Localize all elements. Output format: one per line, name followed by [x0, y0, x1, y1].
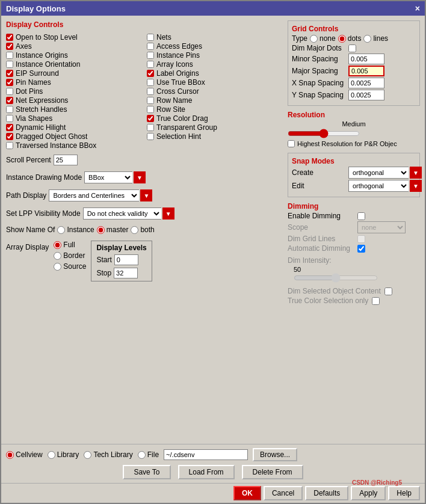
- close-button[interactable]: ×: [415, 4, 420, 13]
- path-display-label: Path Display: [6, 191, 46, 200]
- snap-create-select[interactable]: orthogonal diagonal any angle: [348, 167, 409, 179]
- save-to-button[interactable]: Save To: [123, 465, 170, 479]
- radio-tech-library-input[interactable]: [84, 451, 91, 459]
- cb-access-edges: Access Edges: [147, 42, 283, 51]
- cb-via-input[interactable]: [6, 115, 13, 122]
- array-source-radio[interactable]: [54, 263, 61, 271]
- radio-cellview-input[interactable]: [6, 451, 14, 459]
- true-color-row: True Color Selection only: [288, 297, 420, 305]
- cb-transparent-group: Transparent Group: [147, 123, 283, 132]
- delete-from-button[interactable]: Delete From: [242, 465, 303, 479]
- highest-res-checkbox[interactable]: [288, 140, 295, 147]
- array-full-radio[interactable]: [54, 241, 61, 249]
- start-input[interactable]: [114, 254, 138, 265]
- snap-create-label: Create: [292, 168, 346, 177]
- cb-array-icons: Array Icons: [147, 60, 283, 69]
- show-name-both-radio[interactable]: [131, 226, 138, 234]
- major-spacing-input[interactable]: [348, 66, 384, 76]
- stop-input[interactable]: [114, 268, 138, 278]
- cb-instance-orient-input[interactable]: [6, 61, 13, 68]
- path-display-select[interactable]: Borders and Centerlines: [49, 189, 139, 201]
- x-snap-input[interactable]: [348, 78, 384, 88]
- radio-library: Library: [48, 450, 79, 459]
- cb-nets-input[interactable]: [147, 34, 154, 41]
- grid-dots-radio[interactable]: [338, 35, 346, 43]
- cb-selection-hint-input[interactable]: [147, 133, 154, 140]
- cb-dragged-input[interactable]: [6, 133, 13, 140]
- cb-stretch-input[interactable]: [6, 106, 13, 113]
- grid-none-radio[interactable]: [310, 35, 318, 43]
- instance-drawing-arrow[interactable]: ▼: [134, 171, 146, 183]
- cb-row-name-input[interactable]: [147, 97, 154, 104]
- load-from-button[interactable]: Load From: [178, 465, 235, 479]
- scope-select[interactable]: none: [357, 221, 406, 233]
- cb-pin-names-input[interactable]: [6, 79, 13, 86]
- radio-library-input[interactable]: [48, 451, 55, 459]
- cb-net-expr-input[interactable]: [6, 97, 13, 104]
- intensity-slider-container: [288, 273, 420, 284]
- dim-selected-checkbox[interactable]: [384, 287, 392, 295]
- lpp-row: Set LPP Visibility Mode Do not check val…: [6, 207, 283, 220]
- cb-eip-input[interactable]: [6, 70, 13, 77]
- cb-transparent-group-input[interactable]: [147, 124, 154, 131]
- scroll-percent-input[interactable]: [54, 155, 78, 165]
- file-path-input[interactable]: [164, 449, 248, 460]
- radio-file-row: Cellview Library Tech Library File Brows…: [6, 448, 420, 461]
- cancel-button[interactable]: Cancel: [264, 486, 303, 500]
- apply-button[interactable]: Apply: [351, 486, 386, 500]
- true-color-checkbox[interactable]: [372, 297, 380, 305]
- defaults-button[interactable]: Defaults: [305, 486, 348, 500]
- cb-traversed: Traversed Instance BBox: [6, 141, 142, 150]
- highest-res-row: Highest Resolution for P&R Objec: [288, 140, 420, 147]
- instance-drawing-row: Instance Drawing Mode BBox ▼: [6, 171, 283, 183]
- dim-major-checkbox[interactable]: [348, 45, 356, 52]
- resolution-section: Resolution Medium Highest Resolution for…: [288, 111, 420, 148]
- cb-instance-pins-input[interactable]: [147, 52, 154, 59]
- snap-create-arrow[interactable]: ▼: [410, 167, 422, 179]
- cb-access-edges-input[interactable]: [147, 43, 154, 50]
- cb-array-icons-input[interactable]: [147, 61, 154, 68]
- cb-row-site-input[interactable]: [147, 106, 154, 113]
- dim-grid-checkbox[interactable]: [357, 235, 365, 243]
- instance-drawing-select[interactable]: BBox: [84, 171, 132, 183]
- cb-dynamic-input[interactable]: [6, 124, 13, 131]
- intensity-slider[interactable]: [294, 273, 378, 283]
- show-name-master-radio[interactable]: [97, 226, 105, 234]
- cb-instance-origins-input[interactable]: [6, 52, 13, 59]
- auto-dim-checkbox[interactable]: [357, 245, 365, 253]
- ok-button[interactable]: OK: [233, 486, 261, 500]
- cb-row-site: Row Site: [147, 105, 283, 114]
- grid-controls-title: Grid Controls: [292, 25, 416, 33]
- browse-button[interactable]: Browse...: [253, 448, 297, 461]
- cb-traversed-input[interactable]: [6, 142, 13, 149]
- path-display-arrow[interactable]: ▼: [140, 189, 152, 201]
- cb-dragged-label: Dragged Object Ghost: [16, 132, 87, 141]
- cb-open-stop: Open to Stop Level: [6, 33, 142, 41]
- cb-label-origins-input[interactable]: [147, 70, 154, 77]
- show-name-instance-radio[interactable]: [57, 226, 65, 234]
- radio-file-input[interactable]: [138, 451, 146, 459]
- lpp-arrow[interactable]: ▼: [162, 207, 174, 220]
- array-border-label: Border: [63, 251, 85, 260]
- resolution-slider[interactable]: [288, 129, 360, 138]
- array-border-radio[interactable]: [54, 252, 61, 260]
- cb-open-stop-input[interactable]: [6, 34, 13, 41]
- cb-axes-input[interactable]: [6, 43, 13, 50]
- cb-open-stop-label: Open to Stop Level: [16, 33, 78, 41]
- cb-true-bbox-input[interactable]: [147, 79, 154, 86]
- cb-cross-cursor-label: Cross Cursor: [156, 87, 199, 96]
- cb-true-color-drag-input[interactable]: [147, 115, 154, 122]
- dialog-body: Display Controls Open to Stop Level Axes: [1, 16, 425, 444]
- lpp-select[interactable]: Do not check validity: [83, 207, 161, 220]
- snap-edit-select[interactable]: orthogonal diagonal any angle: [348, 180, 409, 192]
- grid-lines-radio[interactable]: [363, 35, 371, 43]
- cb-cross-cursor-input[interactable]: [147, 88, 154, 95]
- minor-spacing-input[interactable]: [348, 54, 384, 64]
- y-snap-input[interactable]: [348, 90, 384, 100]
- cb-dot-pins-input[interactable]: [6, 88, 13, 95]
- auto-dim-label: Automatic Dimming: [288, 244, 354, 253]
- snap-edit-arrow[interactable]: ▼: [410, 180, 422, 192]
- instance-drawing-select-container: BBox ▼: [84, 171, 146, 183]
- help-button[interactable]: Help: [388, 486, 420, 500]
- enable-dimming-checkbox[interactable]: [357, 212, 365, 220]
